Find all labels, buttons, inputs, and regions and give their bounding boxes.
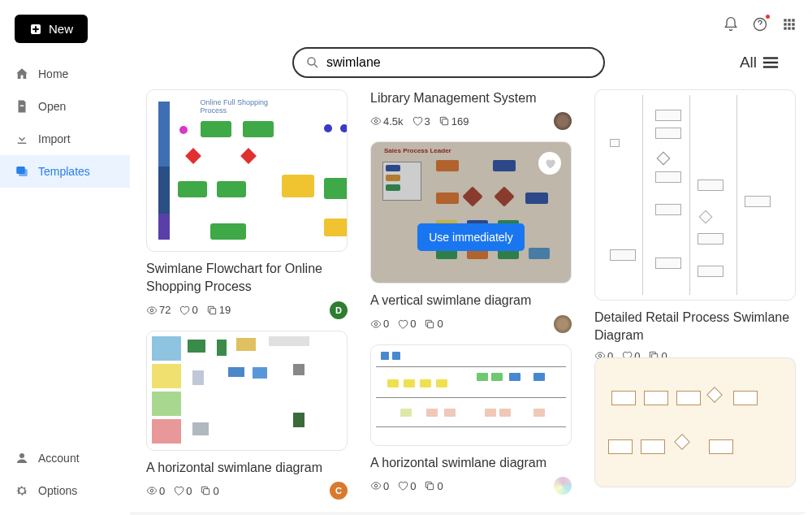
svg-point-19 [150,309,153,312]
thumb-title: Online Full Shopping Process [201,98,294,115]
nav-home[interactable]: Home [0,58,130,90]
card-title: A horizontal swimlane diagram [146,459,348,477]
nav-open[interactable]: Open [0,90,130,123]
likes: 3 [412,115,430,128]
svg-rect-1 [20,106,24,107]
template-thumbnail [594,357,796,487]
svg-rect-26 [428,322,434,327]
card-meta: 4.5k 3 169 [370,112,572,130]
avatar [554,315,572,333]
svg-point-4 [19,453,24,458]
search-input[interactable] [326,55,592,70]
template-card[interactable]: Library Management System 4.5k 3 169 [370,89,572,130]
file-icon [15,99,29,114]
svg-rect-3 [19,169,28,176]
nav-import-label: Import [38,132,71,145]
copies: 19 [206,304,231,316]
template-thumbnail [370,344,572,446]
likes: 0 [179,304,197,316]
views: 0 [146,485,165,497]
new-button[interactable]: New [15,15,88,43]
nav-account-label: Account [38,452,80,465]
card-title: Library Management System [370,89,572,107]
card-title: A horizontal swimlane diagram [370,454,572,472]
search-box[interactable] [292,47,605,78]
svg-rect-13 [788,27,790,29]
topbar [723,16,797,32]
svg-rect-7 [788,19,790,21]
help-icon[interactable] [752,16,768,32]
svg-point-25 [374,322,378,326]
avatar [554,477,572,495]
card-meta: 0 0 0 [370,315,572,333]
filter-label: All [740,54,757,71]
nav-main: Home Open Import Templates [0,58,130,442]
main: All Online Full Shopping Process [130,0,812,515]
gear-icon [15,483,29,498]
avatar [554,112,572,130]
copies: 0 [424,480,443,492]
notification-dot [766,15,770,19]
card-title: Detailed Retail Process Swimlane Diagram [594,309,796,345]
svg-rect-24 [442,119,447,125]
use-immediately-button[interactable]: Use immediately [417,223,524,251]
import-icon [15,132,29,146]
template-card[interactable]: Online Full Shopping Process [146,89,348,319]
svg-rect-11 [792,23,794,25]
svg-rect-22 [204,489,209,495]
bell-icon[interactable] [723,16,739,32]
nav-import[interactable]: Import [0,123,130,155]
user-icon [15,451,29,465]
template-thumbnail: Sales Process Leader [370,141,572,283]
template-grid: Online Full Shopping Process [130,89,812,512]
template-card[interactable]: Sales Process Leader [370,141,572,332]
nav-account[interactable]: Account [0,442,130,474]
template-thumbnail [146,331,348,451]
svg-point-15 [308,58,315,65]
nav-home-label: Home [38,67,68,80]
views: 0 [370,480,389,492]
menu-icon [762,55,780,70]
filter-all[interactable]: All [740,54,780,71]
nav-options-label: Options [38,484,77,497]
nav-options[interactable]: Options [0,474,130,507]
copies: 169 [438,115,469,128]
card-meta: 0 0 0 [370,477,572,495]
views: 72 [146,304,171,316]
svg-point-27 [374,484,378,487]
home-icon [15,67,29,81]
svg-rect-14 [792,27,794,29]
svg-rect-6 [784,19,786,21]
svg-rect-9 [784,23,786,25]
search-icon [305,55,320,70]
template-thumbnail: Online Full Shopping Process [146,89,348,252]
card-title: A vertical swimlane diagram [370,292,572,309]
avatar: C [330,482,348,500]
nav-templates[interactable]: Templates [0,155,130,188]
avatar: D [330,301,348,319]
favorite-button[interactable] [538,152,561,175]
nav-bottom: Account Options [0,442,130,515]
nav-open-label: Open [38,100,66,113]
template-card[interactable] [594,374,796,487]
views: 4.5k [370,115,404,128]
card-title: Swimlane Flowchart for Online Shopping P… [146,260,348,296]
copies: 0 [200,485,218,497]
card-meta: 72 0 19 D [146,301,348,319]
likes: 0 [397,480,416,492]
svg-rect-8 [792,19,794,21]
copies: 0 [424,318,443,330]
likes: 0 [173,485,192,497]
sidebar: New Home Open Import Templates A [0,0,130,515]
template-card[interactable]: A horizontal swimlane diagram 0 0 0 C [146,331,348,500]
svg-rect-28 [428,484,434,490]
template-card[interactable]: A horizontal swimlane diagram 0 0 0 [370,344,572,495]
likes: 0 [397,318,416,330]
svg-point-23 [374,120,378,123]
svg-point-21 [150,489,153,492]
template-thumbnail [594,89,796,301]
search-row: All [130,0,812,89]
apps-icon[interactable] [781,16,797,32]
template-card[interactable]: Detailed Retail Process Swimlane Diagram… [594,89,796,362]
card-meta: 0 0 0 C [146,482,348,500]
